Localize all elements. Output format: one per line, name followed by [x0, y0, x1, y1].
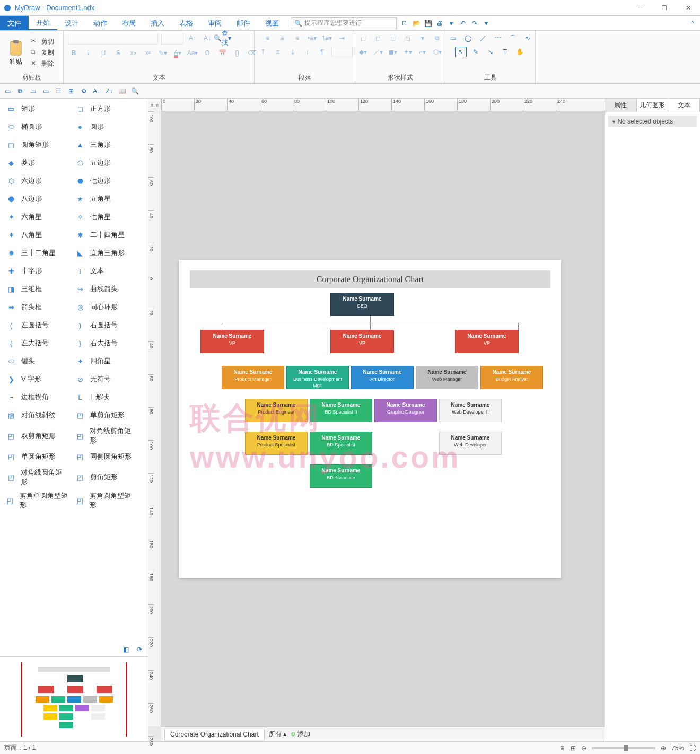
shape-item[interactable]: ✹三十二角星 — [4, 246, 68, 260]
org-bdm[interactable]: Name SurnameBusiness Development Mgr. — [286, 366, 349, 389]
menu-design[interactable]: 设计 — [57, 16, 86, 30]
style-more-icon[interactable]: ▾ — [417, 33, 428, 43]
shape-item[interactable]: ◰同侧圆角矩形 — [73, 450, 137, 463]
shape-item[interactable]: )右圆括号 — [73, 318, 137, 332]
shapes-search-icon[interactable]: 🔍 — [129, 86, 140, 97]
font-family-combo[interactable] — [68, 33, 158, 45]
tell-me-search[interactable]: 🔍 提示程序您想要进行 — [291, 17, 397, 29]
page-tab-1[interactable]: Corporate Organizational Chart — [164, 729, 265, 740]
page-thumbnail[interactable] — [0, 656, 148, 741]
shape-item[interactable]: LL 形状 — [73, 390, 137, 404]
shape-item[interactable]: ⬠五边形 — [73, 156, 137, 170]
org-vp-2[interactable]: Name SurnameVP — [330, 330, 394, 353]
line-icon[interactable]: ／▾ — [372, 47, 384, 57]
shape-item[interactable]: ⬣七边形 — [73, 174, 137, 188]
style1-icon[interactable]: ◻ — [357, 33, 369, 43]
menu-action[interactable]: 动作 — [86, 16, 115, 30]
org-wm[interactable]: Name SurnameWeb Manager — [416, 366, 478, 389]
menu-home[interactable]: 开始 — [29, 16, 57, 30]
valign-bot-icon[interactable]: ⤓ — [287, 47, 299, 57]
field-icon[interactable]: {} — [231, 48, 243, 58]
delete-button[interactable]: ✕删除 — [30, 59, 55, 69]
shape-item[interactable]: ◰对角线圆角矩形 — [4, 468, 68, 487]
menu-review[interactable]: 审阅 — [200, 16, 229, 30]
font-color-icon[interactable]: A▾ — [172, 48, 183, 58]
page-tab-add[interactable]: ⊕ 添加 — [291, 730, 310, 739]
shape-item[interactable]: T文本 — [73, 264, 137, 278]
align-center-icon[interactable]: ≡ — [277, 33, 288, 43]
tool-bezier-icon[interactable]: ∿ — [522, 33, 533, 43]
shapes-btn-7[interactable]: ⚙ — [78, 86, 89, 97]
shape-item[interactable]: ◰单圆角矩形 — [4, 450, 68, 463]
find-button[interactable]: 🔍查找▾ — [216, 33, 228, 43]
shapes-list[interactable]: ▭矩形◻正方形⬭椭圆形●圆形▢圆角矩形▲三角形◆菱形⬠五边形⬡六边形⬣七边形⯃八… — [0, 99, 148, 642]
ltr-icon[interactable]: ¶ — [317, 47, 328, 57]
shape-item[interactable]: ✦六角星 — [4, 210, 68, 224]
valign-mid-icon[interactable]: ≡ — [272, 47, 284, 57]
tool-curve-icon[interactable]: 〰 — [492, 33, 504, 43]
shape-item[interactable]: ✸二十四角星 — [73, 228, 137, 242]
shapes-btn-6[interactable]: ⊞ — [66, 86, 76, 97]
effects-icon[interactable]: ✦▾ — [402, 47, 414, 57]
tool-connector-icon[interactable]: ↘ — [485, 47, 496, 57]
drawing-page[interactable]: Corporate Organizational Chart Name Surn… — [179, 260, 561, 578]
indent-icon[interactable]: ⇥ — [336, 33, 348, 43]
shape-item[interactable]: ◰双剪角矩形 — [4, 426, 68, 445]
maximize-button[interactable]: ☐ — [652, 0, 676, 16]
menu-mail[interactable]: 邮件 — [229, 16, 258, 30]
shape-item[interactable]: (左圆括号 — [4, 318, 68, 332]
clear-icon[interactable]: ⌫ — [246, 48, 258, 58]
geometry-icon[interactable]: ⬡▾ — [432, 47, 443, 57]
tab-geometry[interactable]: 几何图形 — [637, 99, 669, 112]
shape-item[interactable]: ▭矩形 — [4, 102, 68, 116]
qat-open-icon[interactable]: 📂 — [412, 19, 421, 28]
fit-page-icon[interactable]: ⛶ — [689, 744, 696, 752]
org-vp-1[interactable]: Name SurnameVP — [200, 330, 264, 353]
style3-icon[interactable]: ◻ — [387, 33, 399, 43]
tool-pointer-icon[interactable]: ↖ — [455, 47, 467, 57]
zoom-out-button[interactable]: ⊖ — [581, 744, 587, 752]
style-copy-icon[interactable]: ⧉ — [432, 33, 443, 43]
shapes-btn-4[interactable]: ▭ — [40, 86, 51, 97]
org-vp-3[interactable]: Name SurnameVP — [455, 330, 519, 353]
menu-table[interactable]: 表格 — [172, 16, 200, 30]
zoom-in-button[interactable]: ⊕ — [661, 744, 666, 752]
align-right-icon[interactable]: ≡ — [292, 33, 303, 43]
align-left-icon[interactable]: ≡ — [262, 33, 274, 43]
shapes-sort-za[interactable]: Z↓ — [104, 86, 115, 97]
qat-save-icon[interactable]: 💾 — [423, 19, 433, 28]
copy-button[interactable]: ⧉复制 — [30, 48, 55, 58]
shapes-book-icon[interactable]: 📖 — [117, 86, 127, 97]
shape-item[interactable]: ◰剪角圆角型矩形 — [73, 491, 137, 510]
shape-item[interactable]: ◣直角三角形 — [73, 246, 137, 260]
para-fill-swatch[interactable] — [331, 47, 353, 57]
subscript-icon[interactable]: x₂ — [127, 48, 139, 58]
shape-item[interactable]: }右大括号 — [73, 336, 137, 350]
shape-item[interactable]: ⬭罐头 — [4, 354, 68, 368]
org-pm[interactable]: Name SurnameProduct Manager — [222, 366, 284, 389]
shape-item[interactable]: ◰剪角单圆角型矩形 — [4, 491, 68, 510]
tool-pan-icon[interactable]: ✋ — [514, 47, 526, 57]
zoom-level[interactable]: 75% — [671, 744, 684, 752]
style4-icon[interactable]: ◻ — [402, 33, 414, 43]
menu-insert[interactable]: 插入 — [143, 16, 172, 30]
date-icon[interactable]: 📅 — [216, 48, 228, 58]
org-ps[interactable]: Name SurnameProduct Specialist — [245, 432, 308, 455]
org-bds[interactable]: Name SurnameBD Specialist — [310, 432, 372, 455]
shape-item[interactable]: ▨对角线斜纹 — [4, 408, 68, 422]
tool-rect-icon[interactable]: ▭ — [448, 33, 459, 43]
shape-item[interactable]: ✷八角星 — [4, 228, 68, 242]
shadow-icon[interactable]: ◼▾ — [387, 47, 399, 57]
qat-new-icon[interactable]: 🗋 — [400, 19, 409, 28]
shape-item[interactable]: ◰剪角矩形 — [73, 468, 137, 487]
qat-print-icon[interactable]: 🖨 — [435, 19, 444, 28]
menu-file[interactable]: 文件 — [0, 16, 29, 30]
valign-top-icon[interactable]: ⤒ — [257, 47, 269, 57]
org-gd[interactable]: Name SurnameGraphic Designer — [374, 399, 437, 422]
bold-icon[interactable]: B — [68, 48, 80, 58]
shape-item[interactable]: ◨三维框 — [4, 282, 68, 296]
shape-item[interactable]: ✚十字形 — [4, 264, 68, 278]
shape-item[interactable]: {左大括号 — [4, 336, 68, 350]
shape-item[interactable]: ↪曲线箭头 — [73, 282, 137, 296]
style2-icon[interactable]: ◻ — [372, 33, 384, 43]
